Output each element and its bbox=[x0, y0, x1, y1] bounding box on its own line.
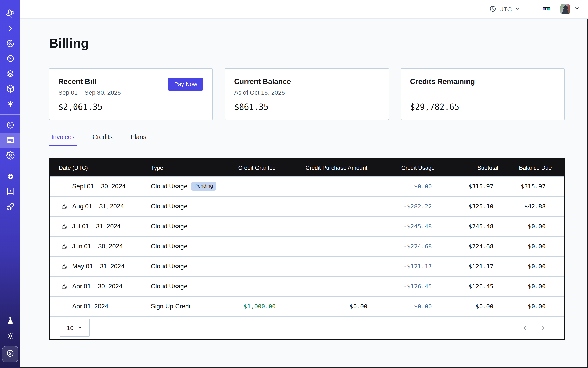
spiral-eye-icon bbox=[6, 39, 15, 48]
invoices-table: Date (UTC) Type Credit Granted Credit Pu… bbox=[49, 158, 565, 340]
balance-due-value: $0.00 bbox=[498, 303, 564, 310]
page-title: Billing bbox=[49, 36, 565, 51]
asterisk-icon bbox=[6, 100, 15, 108]
sidebar-item-theme[interactable] bbox=[0, 328, 20, 343]
table-row: Apr 01, 2024 Sign Up Credit $1,000.00 $0… bbox=[50, 296, 564, 316]
sidebar-item-settings[interactable] bbox=[0, 148, 20, 163]
download-invoice-button[interactable] bbox=[61, 243, 68, 250]
invoice-type-label: Cloud Usage bbox=[151, 243, 187, 250]
sidebar-item-expand[interactable] bbox=[0, 21, 20, 36]
credit-usage-value: -$282.22 bbox=[367, 203, 435, 210]
billing-tabs: Invoices Credits Plans bbox=[49, 133, 565, 146]
table-row: May 01 – 31, 2024 Cloud Usage -$121.17 $… bbox=[50, 256, 564, 276]
balance-due-value: $0.00 bbox=[498, 243, 564, 250]
avatar[interactable] bbox=[560, 4, 570, 14]
card-subtitle bbox=[410, 89, 555, 96]
invoice-type-label: Cloud Usage bbox=[151, 283, 187, 290]
pay-now-button[interactable]: Pay Now bbox=[168, 77, 204, 91]
credit-usage-value: -$121.17 bbox=[367, 263, 435, 270]
tab-invoices[interactable]: Invoices bbox=[49, 133, 77, 146]
balance-due-value: $0.00 bbox=[498, 263, 564, 270]
sidebar-item-layers[interactable] bbox=[0, 66, 20, 81]
sidebar-item-labs[interactable] bbox=[0, 313, 20, 328]
card-amount: $29,782.65 bbox=[410, 102, 555, 112]
table-header: Date (UTC) Type Credit Granted Credit Pu… bbox=[50, 159, 564, 176]
credit-usage-value: $0.00 bbox=[367, 183, 435, 190]
timezone-selector[interactable]: UTC bbox=[489, 5, 520, 13]
column-header-type: Type bbox=[151, 165, 227, 171]
balance-due-value: $0.00 bbox=[498, 223, 564, 230]
sidebar-credits-button[interactable]: $ bbox=[2, 346, 18, 362]
chevron-down-icon bbox=[77, 324, 82, 331]
sidebar-divider bbox=[0, 114, 20, 115]
tab-plans[interactable]: Plans bbox=[128, 133, 149, 146]
download-invoice-button[interactable] bbox=[61, 283, 68, 290]
download-invoice-button[interactable] bbox=[61, 223, 68, 230]
column-header-balance-due: Balance Due bbox=[498, 165, 564, 171]
sidebar-item-usage[interactable] bbox=[0, 118, 20, 133]
download-invoice-button[interactable] bbox=[61, 263, 68, 270]
card-amount: $2,061.35 bbox=[58, 102, 204, 112]
sidebar-item-history[interactable] bbox=[0, 51, 20, 66]
invoice-date: Jun 01 – 30, 2024 bbox=[50, 243, 151, 250]
column-header-date: Date (UTC) bbox=[50, 165, 151, 171]
status-badge: Pending bbox=[191, 182, 216, 191]
table-footer: 10 bbox=[50, 316, 564, 340]
credit-purchase-value: $0.00 bbox=[276, 303, 367, 310]
chevron-down-icon bbox=[515, 6, 520, 13]
previous-page-button[interactable] bbox=[522, 324, 531, 332]
next-page-button[interactable] bbox=[538, 324, 546, 332]
download-invoice-button[interactable] bbox=[61, 203, 68, 210]
rocket-icon bbox=[6, 202, 15, 211]
invoice-date-label: May 01 – 31, 2024 bbox=[72, 263, 125, 270]
card-subtitle: As of Oct 15, 2025 bbox=[234, 89, 380, 96]
invoice-date-label: Jul 01 – 31, 2024 bbox=[72, 223, 121, 230]
sidebar-item-docs[interactable] bbox=[0, 184, 20, 199]
topbar: UTC bbox=[20, 0, 588, 19]
subtotal-value: $315.97 bbox=[435, 183, 498, 190]
dollar-seal-icon: $ bbox=[6, 349, 15, 359]
invoice-type: Cloud Usage bbox=[151, 263, 227, 270]
timer-icon bbox=[6, 54, 15, 63]
pagination-arrows bbox=[522, 324, 546, 332]
sidebar-item-observability[interactable] bbox=[0, 36, 20, 51]
gear-icon bbox=[6, 151, 15, 159]
invoice-date-label: Jun 01 – 30, 2024 bbox=[72, 243, 123, 250]
invoice-type-label: Cloud Usage bbox=[151, 263, 187, 270]
main-content: Billing Recent Bill Sep 01 – Sep 30, 202… bbox=[20, 19, 588, 368]
table-row: Aug 01 – 31, 2024 Cloud Usage -$282.22 $… bbox=[50, 196, 564, 216]
table-row: Sept 01 – 30, 2024 Cloud Usage Pending $… bbox=[50, 176, 564, 196]
page-size-value: 10 bbox=[67, 324, 73, 331]
invoice-date: Apr 01 – 30, 2024 bbox=[50, 283, 151, 290]
column-header-credit-purchase: Credit Purchase Amount bbox=[276, 165, 367, 171]
account-menu-button[interactable] bbox=[574, 5, 580, 13]
invoice-type: Cloud Usage Pending bbox=[151, 182, 227, 191]
sidebar-item-services[interactable] bbox=[0, 96, 20, 111]
subtotal-value: $224.68 bbox=[435, 243, 498, 250]
layers-icon bbox=[6, 69, 15, 78]
invoice-type: Sign Up Credit bbox=[151, 303, 227, 310]
page-size-select[interactable]: 10 bbox=[60, 319, 90, 337]
gauge-icon bbox=[6, 121, 15, 129]
sidebar-item-billing[interactable] bbox=[0, 133, 20, 148]
sidebar-item-packages[interactable] bbox=[0, 81, 20, 96]
invoice-type: Cloud Usage bbox=[151, 283, 227, 290]
subtotal-value: $245.48 bbox=[435, 223, 498, 230]
sun-icon bbox=[6, 332, 15, 340]
card-title: Credits Remaining bbox=[410, 77, 555, 86]
subtotal-value: $126.45 bbox=[435, 283, 498, 290]
subtotal-value: $0.00 bbox=[435, 303, 498, 310]
sidebar-spacer bbox=[0, 214, 20, 313]
sidebar-item-getting-started[interactable] bbox=[0, 199, 20, 214]
3d-glasses-button[interactable] bbox=[542, 3, 551, 15]
sidebar: $ bbox=[0, 0, 20, 368]
summary-cards: Recent Bill Sep 01 – Sep 30, 2025 $2,061… bbox=[49, 68, 565, 120]
tab-credits[interactable]: Credits bbox=[90, 133, 115, 146]
sidebar-item-fleet[interactable] bbox=[0, 169, 20, 184]
sidebar-logo[interactable] bbox=[0, 6, 20, 21]
credits-remaining-card: Credits Remaining $29,782.65 bbox=[401, 68, 565, 120]
chevron-right-icon bbox=[6, 24, 14, 32]
column-header-credit-usage: Credit Usage bbox=[367, 165, 435, 171]
3d-glasses-icon bbox=[542, 3, 551, 15]
sidebar-divider bbox=[0, 166, 20, 166]
